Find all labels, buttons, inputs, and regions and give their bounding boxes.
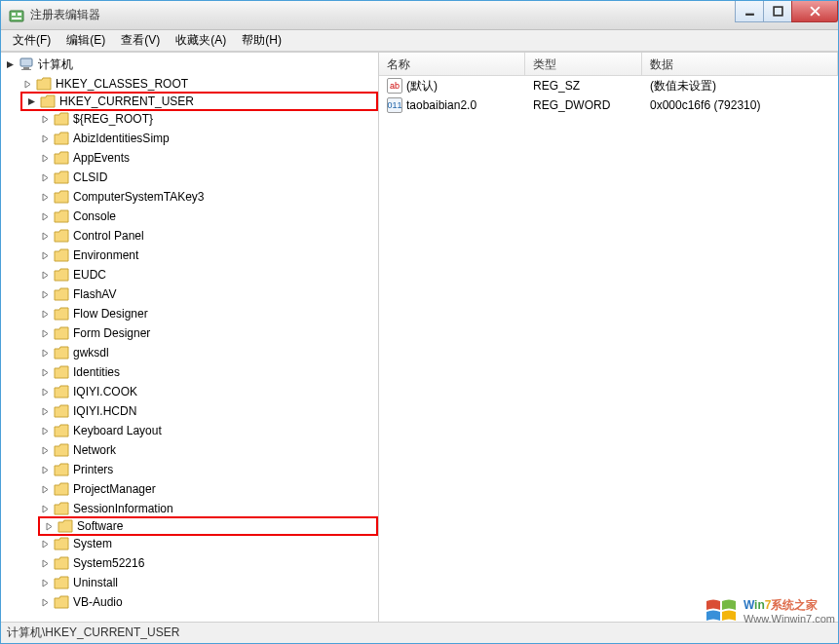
col-header-data[interactable]: 数据 xyxy=(642,53,838,75)
tree-node[interactable]: AppEvents xyxy=(38,148,378,168)
close-button[interactable] xyxy=(791,1,838,22)
expand-icon[interactable] xyxy=(38,365,52,379)
tree-node-hkcu[interactable]: HKEY_CURRENT_USER xyxy=(20,92,378,111)
tree-node[interactable]: Identities xyxy=(38,362,378,382)
expand-icon[interactable] xyxy=(38,268,52,282)
tree-node[interactable]: Environment xyxy=(38,246,378,265)
tree-label: Network xyxy=(73,443,116,457)
tree-node[interactable]: Software xyxy=(38,516,378,536)
computer-icon xyxy=(19,57,34,72)
tree-node[interactable]: ComputerSystemTAKey3 xyxy=(38,187,378,207)
tree-node[interactable]: gwksdl xyxy=(38,343,378,362)
expand-icon[interactable] xyxy=(38,556,52,570)
expand-icon[interactable] xyxy=(38,209,52,223)
folder-icon xyxy=(54,112,69,126)
svg-marker-15 xyxy=(43,135,48,142)
expand-icon[interactable] xyxy=(38,463,52,476)
expand-icon[interactable] xyxy=(38,424,52,437)
folder-icon xyxy=(54,576,69,589)
minimize-button[interactable] xyxy=(735,1,764,22)
expand-icon[interactable] xyxy=(38,326,52,340)
registry-tree[interactable]: 计算机 HKEY_CLASSES_ROOT xyxy=(1,53,379,622)
tree-node[interactable]: SessionInformation xyxy=(38,499,378,518)
svg-marker-14 xyxy=(43,116,48,123)
tree-node[interactable]: Uninstall xyxy=(38,573,378,592)
menu-favorites[interactable]: 收藏夹(A) xyxy=(168,30,234,51)
collapse-icon[interactable] xyxy=(24,95,38,108)
expand-icon[interactable] xyxy=(38,595,52,609)
folder-icon xyxy=(54,287,69,301)
expand-icon[interactable] xyxy=(38,229,52,243)
tree-node[interactable]: AbizIdentitiesSimp xyxy=(38,129,378,148)
menubar: 文件(F) 编辑(E) 查看(V) 收藏夹(A) 帮助(H) xyxy=(1,30,838,52)
tree-node[interactable]: Keyboard Layout xyxy=(38,421,378,440)
tree-label: Environment xyxy=(73,248,138,262)
tree-node[interactable]: Console xyxy=(38,207,378,226)
expand-icon[interactable] xyxy=(38,346,52,360)
list-header[interactable]: 名称 类型 数据 xyxy=(379,53,838,76)
tree-node[interactable]: IQIYI.COOK xyxy=(38,382,378,401)
list-row[interactable]: ab(默认)REG_SZ(数值未设置) xyxy=(379,76,838,95)
expand-icon[interactable] xyxy=(38,482,52,496)
statusbar: 计算机\HKEY_CURRENT_USER xyxy=(1,622,838,643)
expand-icon[interactable] xyxy=(20,77,34,91)
svg-rect-10 xyxy=(23,67,29,69)
svg-marker-13 xyxy=(28,98,35,105)
expand-icon[interactable] xyxy=(38,248,52,262)
expand-icon[interactable] xyxy=(38,307,52,321)
expand-icon[interactable] xyxy=(38,190,52,204)
tree-node-computer[interactable]: 计算机 xyxy=(3,55,378,74)
svg-marker-19 xyxy=(43,213,48,220)
tree-node[interactable]: ProjectManager xyxy=(38,479,378,499)
folder-icon xyxy=(54,268,69,282)
tree-node[interactable]: Form Designer xyxy=(38,323,378,343)
tree-node[interactable]: Control Panel xyxy=(38,226,378,246)
tree-node-hkcr[interactable]: HKEY_CLASSES_ROOT xyxy=(20,74,378,94)
collapse-icon[interactable] xyxy=(3,57,17,71)
tree-node[interactable]: Flow Designer xyxy=(38,304,378,323)
menu-view[interactable]: 查看(V) xyxy=(113,30,168,51)
value-data: (数值未设置) xyxy=(642,78,838,95)
expand-icon[interactable] xyxy=(38,502,52,515)
menu-help[interactable]: 帮助(H) xyxy=(234,30,289,51)
expand-icon[interactable] xyxy=(38,151,52,165)
menu-edit[interactable]: 编辑(E) xyxy=(58,30,113,51)
tree-node[interactable]: CLSID xyxy=(38,168,378,187)
list-row[interactable]: 011taobaibian2.0REG_DWORD0x000c16f6 (792… xyxy=(379,95,838,115)
svg-marker-12 xyxy=(25,81,30,88)
svg-marker-27 xyxy=(43,369,48,376)
list-body[interactable]: ab(默认)REG_SZ(数值未设置)011taobaibian2.0REG_D… xyxy=(379,76,838,622)
expand-icon[interactable] xyxy=(38,537,52,550)
expand-icon[interactable] xyxy=(38,287,52,301)
tree-label: IQIYI.HCDN xyxy=(73,404,136,418)
expand-icon[interactable] xyxy=(38,132,52,145)
titlebar[interactable]: 注册表编辑器 xyxy=(1,1,838,30)
value-list-panel: 名称 类型 数据 ab(默认)REG_SZ(数值未设置)011taobaibia… xyxy=(379,53,838,622)
tree-node[interactable]: System xyxy=(38,534,378,553)
expand-icon[interactable] xyxy=(42,519,56,533)
tree-node[interactable]: Network xyxy=(38,440,378,460)
menu-file[interactable]: 文件(F) xyxy=(5,30,58,51)
expand-icon[interactable] xyxy=(38,385,52,398)
col-header-name[interactable]: 名称 xyxy=(379,53,525,75)
tree-node[interactable]: System52216 xyxy=(38,553,378,573)
value-type-icon: 011 xyxy=(387,97,402,113)
tree-label: ProjectManager xyxy=(73,482,156,496)
maximize-button[interactable] xyxy=(763,1,792,22)
expand-icon[interactable] xyxy=(38,112,52,126)
col-header-type[interactable]: 类型 xyxy=(525,53,642,75)
tree-node[interactable]: ${REG_ROOT} xyxy=(38,109,378,129)
value-name: taobaibian2.0 xyxy=(406,98,477,112)
expand-icon[interactable] xyxy=(38,170,52,184)
svg-marker-34 xyxy=(43,506,48,512)
expand-icon[interactable] xyxy=(38,443,52,457)
tree-node[interactable]: IQIYI.HCDN xyxy=(38,401,378,421)
tree-node[interactable]: FlashAV xyxy=(38,284,378,304)
folder-icon xyxy=(54,463,69,476)
tree-node[interactable]: VB-Audio xyxy=(38,592,378,612)
tree-node[interactable]: Printers xyxy=(38,460,378,479)
expand-icon[interactable] xyxy=(38,404,52,418)
svg-rect-0 xyxy=(10,11,23,21)
expand-icon[interactable] xyxy=(38,576,52,589)
tree-node[interactable]: EUDC xyxy=(38,265,378,284)
